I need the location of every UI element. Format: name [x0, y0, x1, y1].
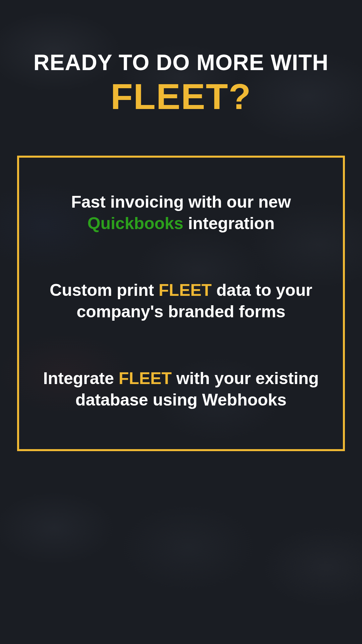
headline-line-1: READY TO DO MORE WITH	[34, 50, 328, 75]
feature-text-pre: Fast invoicing with our new	[71, 193, 291, 211]
feature-text-post: integration	[183, 214, 275, 233]
feature-item-integrate: Integrate FLEET with your existing datab…	[39, 368, 323, 411]
feature-text-pre: Integrate	[43, 369, 119, 388]
headline-line-2: FLEET?	[34, 77, 328, 115]
feature-text-pre: Custom print	[50, 281, 159, 300]
feature-highlight-fleet: FLEET	[119, 369, 172, 388]
headline-block: READY TO DO MORE WITH FLEET?	[34, 50, 328, 115]
feature-highlight-quickbooks: Quickbooks	[87, 214, 183, 233]
feature-highlight-fleet: FLEET	[159, 281, 212, 300]
main-content: READY TO DO MORE WITH FLEET? Fast invoic…	[0, 0, 362, 644]
feature-item-print: Custom print FLEET data to your company'…	[39, 279, 323, 322]
feature-box: Fast invoicing with our new Quickbooks i…	[17, 156, 345, 451]
feature-item-invoicing: Fast invoicing with our new Quickbooks i…	[39, 191, 323, 234]
